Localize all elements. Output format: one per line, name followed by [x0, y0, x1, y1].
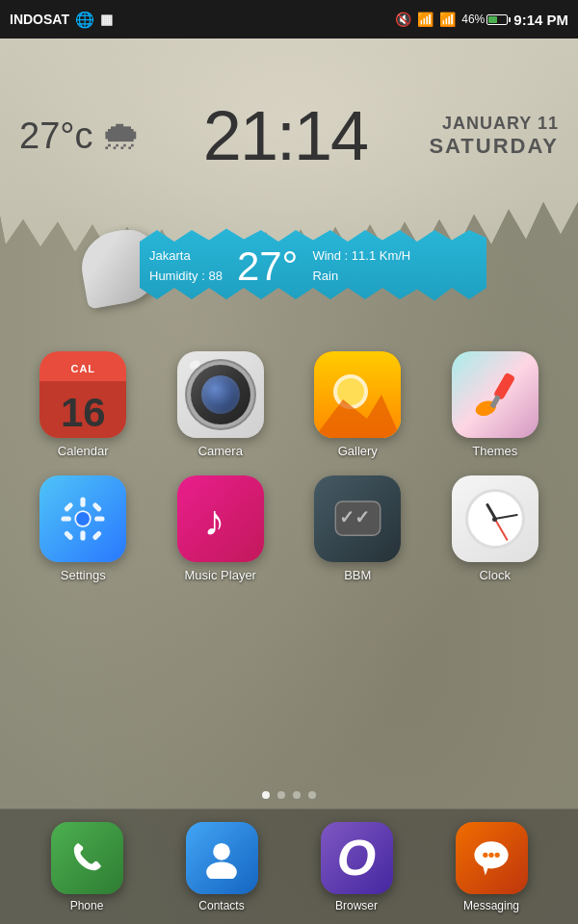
app-item-clock[interactable]: Clock: [432, 475, 560, 582]
svg-rect-8: [81, 497, 86, 506]
main-background: 27°c 🌧 21:14 JANUARY 11 SATURDAY Jakarta…: [0, 38, 578, 924]
calendar-label: Calendar: [58, 444, 109, 458]
app-item-settings[interactable]: Settings: [19, 475, 147, 582]
date-day: SATURDAY: [429, 134, 559, 159]
mute-icon: 🔇: [395, 12, 411, 27]
svg-rect-14: [64, 530, 74, 541]
app-item-camera[interactable]: Camera: [157, 351, 285, 458]
paper-temperature: 27°: [237, 244, 299, 290]
contacts-svg: [200, 836, 243, 879]
phone-svg: [66, 836, 108, 879]
clock-label: Clock: [479, 568, 511, 582]
humidity-value: Humidity : 88: [149, 267, 223, 287]
settings-label: Settings: [61, 568, 106, 582]
clock-center-dot: [492, 517, 497, 522]
clock-face: [465, 489, 525, 549]
city-name: Jakarta: [149, 246, 223, 267]
messaging-svg: [470, 836, 512, 879]
contacts-label: Contacts: [198, 899, 244, 912]
browser-icon[interactable]: O: [321, 822, 393, 894]
music-icon[interactable]: ♪: [177, 475, 264, 562]
camera-icon[interactable]: [177, 351, 264, 438]
calendar-icon[interactable]: CAL 16: [39, 351, 126, 438]
bbm-label: BBM: [344, 568, 371, 582]
svg-point-2: [337, 378, 364, 405]
page-dot-3[interactable]: [293, 791, 301, 799]
app-item-themes[interactable]: Themes: [432, 351, 560, 458]
gallery-icon[interactable]: [314, 351, 401, 438]
camera-lens: [191, 365, 250, 424]
battery-indicator: 46%: [461, 13, 508, 26]
svg-text:✓✓: ✓✓: [339, 507, 370, 527]
status-bar: INDOSAT 🌐 ▦ 🔇 📶 📶 46% 9:14 PM: [0, 0, 578, 38]
gear-svg: [58, 494, 108, 544]
svg-rect-10: [62, 516, 71, 521]
browser-label: Browser: [335, 899, 378, 912]
themes-icon[interactable]: [452, 351, 539, 438]
music-label: Music Player: [185, 568, 256, 582]
svg-text:♪: ♪: [203, 497, 224, 544]
svg-point-27: [495, 853, 500, 858]
battery-percent: 46%: [461, 13, 485, 26]
svg-point-22: [206, 861, 237, 879]
date-month: JANUARY 11: [429, 114, 559, 134]
battery-box: [486, 14, 508, 25]
phone-icon[interactable]: [51, 822, 123, 894]
camera-lens-inner: [201, 375, 240, 414]
gallery-svg: [314, 351, 401, 438]
svg-rect-11: [94, 516, 104, 521]
message-icon: ▦: [100, 12, 113, 27]
page-dots: [262, 791, 316, 799]
settings-icon[interactable]: [39, 475, 126, 562]
weather-condition: Rain: [312, 267, 410, 287]
camera-lens-shine: [188, 359, 201, 372]
themes-label: Themes: [472, 444, 517, 458]
app-item-calendar[interactable]: CAL 16 Calendar: [19, 351, 147, 458]
svg-rect-15: [92, 530, 102, 541]
page-dot-4[interactable]: [308, 791, 316, 799]
svg-rect-9: [81, 530, 86, 540]
svg-rect-13: [92, 501, 102, 512]
messaging-icon[interactable]: [456, 822, 528, 894]
clock-icon[interactable]: [452, 475, 539, 562]
svg-point-21: [213, 843, 230, 860]
carrier-icon: 🌐: [75, 11, 94, 29]
page-dot-1[interactable]: [262, 791, 270, 799]
svg-point-16: [76, 512, 90, 526]
browser-o-symbol: O: [337, 829, 376, 886]
page-dot-2[interactable]: [277, 791, 285, 799]
app-item-gallery[interactable]: Gallery: [294, 351, 422, 458]
svg-point-25: [483, 853, 487, 858]
svg-rect-12: [64, 501, 74, 512]
paper-tear-content: Jakarta Humidity : 88 27° Wind : 11.1 Km…: [149, 244, 410, 290]
carrier-name: INDOSAT: [10, 12, 69, 27]
phone-label: Phone: [70, 899, 104, 912]
dock-item-browser[interactable]: O Browser: [321, 822, 393, 912]
paper-peel-widget: Jakarta Humidity : 88 27° Wind : 11.1 Km…: [106, 226, 482, 313]
paintbrush-svg: [468, 369, 521, 422]
dock-item-contacts[interactable]: Contacts: [186, 822, 258, 912]
clock-second-hand: [494, 519, 508, 541]
bbm-svg: ✓✓: [327, 488, 389, 551]
app-grid: CAL 16 Calendar Camera: [0, 342, 578, 592]
signal-icon: 📶: [439, 12, 456, 27]
bbm-icon[interactable]: ✓✓: [314, 475, 401, 562]
svg-point-26: [488, 853, 493, 858]
contacts-icon[interactable]: [186, 822, 258, 894]
calendar-day-number: 16: [61, 393, 106, 433]
weather-widget: 27°c 🌧 21:14 JANUARY 11 SATURDAY: [0, 91, 578, 180]
gallery-label: Gallery: [338, 444, 378, 458]
dock: Phone Contacts O Browser: [0, 808, 578, 924]
dock-item-messaging[interactable]: Messaging: [456, 822, 528, 912]
app-item-bbm[interactable]: ✓✓ BBM: [294, 475, 422, 582]
dock-item-phone[interactable]: Phone: [51, 822, 123, 912]
widget-time: 21:14: [203, 101, 367, 170]
camera-label: Camera: [198, 444, 243, 458]
calendar-month-label: CAL: [39, 351, 126, 385]
cloud-rain-icon: 🌧: [100, 113, 141, 159]
app-item-music[interactable]: ♪ Music Player: [157, 475, 285, 582]
wifi-icon: 📶: [417, 12, 434, 27]
wind-speed: Wind : 11.1 Km/H: [312, 246, 410, 267]
battery-fill: [488, 16, 496, 23]
svg-marker-24: [483, 866, 488, 876]
